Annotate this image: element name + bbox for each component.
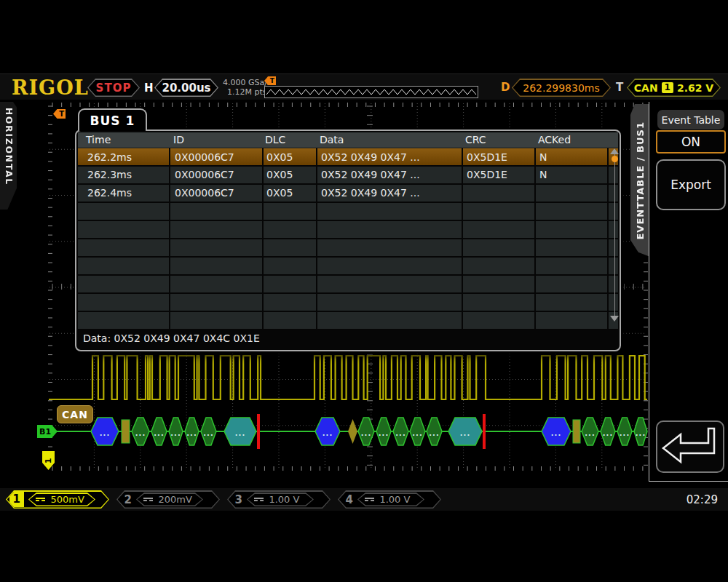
column-header: CRC <box>465 134 486 146</box>
event-table-header-row: TimeIDDLCDataCRCACKed <box>78 132 618 148</box>
table-cell: 0X00006C7 <box>175 187 234 199</box>
preview-zigzag-waveform <box>265 87 478 97</box>
column-divider <box>262 148 264 330</box>
horizontal-menu-tab-label: HORIZONTAL <box>4 108 14 186</box>
table-row[interactable] <box>78 239 618 256</box>
horizontal-menu-tab[interactable]: HORIZONTAL <box>0 102 17 210</box>
trigger-label: T <box>616 81 623 94</box>
table-cell: 262.4ms <box>87 187 132 199</box>
export-button[interactable]: Export <box>656 159 726 210</box>
delay-label: D <box>501 81 510 94</box>
svg-text:...: ... <box>395 429 405 437</box>
channel-number: 3 <box>235 493 242 506</box>
svg-text:...: ... <box>170 429 181 437</box>
svg-text:...: ... <box>636 429 646 437</box>
table-row[interactable] <box>78 312 618 329</box>
scrollbar-up-arrow[interactable] <box>610 148 619 154</box>
trigger-type: CAN <box>634 82 658 94</box>
svg-text:...: ... <box>100 429 110 437</box>
timebase-value: 20.00us <box>156 80 218 96</box>
svg-text:...: ... <box>585 429 595 437</box>
svg-text:...: ... <box>361 429 371 437</box>
trigger-level-value: 2.62 V <box>677 82 713 94</box>
table-row[interactable] <box>78 276 618 292</box>
trigger-delay-button[interactable]: 262.299830ms <box>512 79 611 97</box>
column-divider <box>169 148 170 330</box>
dc-coupling-icon <box>254 498 264 502</box>
column-divider <box>534 148 536 330</box>
horizontal-label: H <box>144 81 154 95</box>
table-cell: 262.2ms <box>87 151 132 163</box>
oscilloscope-screen: RIGOL STOP H 20.00us 4.000 GSa/s 1.12M p… <box>0 0 728 582</box>
trigger-settings-button[interactable]: CAN 1 2.62 V <box>627 79 721 97</box>
channel-scale: 500mV <box>50 494 84 505</box>
column-header: ACKed <box>538 134 571 146</box>
bus1-table-tab[interactable]: BUS 1 <box>78 108 147 131</box>
column-header: ID <box>173 134 184 146</box>
table-row[interactable]: 262.4ms0X00006C70X050X52 0X49 0X47 ... <box>78 185 618 202</box>
return-button[interactable] <box>656 420 724 473</box>
scrollbar-thumb[interactable] <box>612 156 618 162</box>
event-table-window: TimeIDDLCDataCRCACKed 262.2ms0X00006C70X… <box>75 129 621 351</box>
clock: 02:29 <box>687 493 718 506</box>
table-row[interactable] <box>78 221 618 238</box>
menu-context-label: EVENTTABLE / BUS1 <box>635 121 646 240</box>
run-state-button[interactable]: STOP <box>87 79 140 97</box>
table-row[interactable] <box>78 294 618 311</box>
svg-text:...: ... <box>235 429 245 437</box>
svg-text:...: ... <box>154 429 164 437</box>
selected-frame-data: Data: 0X52 0X49 0X47 0X4C 0X1E <box>83 332 260 344</box>
channel-scale: 1.00 V <box>379 494 410 505</box>
column-header: Time <box>86 134 111 146</box>
table-cell: 0X05 <box>266 151 293 163</box>
svg-text:...: ... <box>460 429 470 437</box>
svg-text:...: ... <box>135 429 146 437</box>
menu-context-tab[interactable]: EVENTTABLE / BUS1 <box>630 104 650 257</box>
svg-text:...: ... <box>186 429 197 437</box>
softkey-menu-panel: Event Table ON Export <box>649 102 728 482</box>
svg-text:...: ... <box>412 429 422 437</box>
table-row[interactable]: 262.2ms0X00006C70X050X52 0X49 0X47 ...0X… <box>78 148 618 165</box>
bus-protocol-badge: CAN <box>57 405 93 423</box>
table-cell: 262.3ms <box>87 169 132 180</box>
svg-text:...: ... <box>620 429 630 437</box>
table-cell: 0X5D1E <box>467 169 507 180</box>
table-row[interactable]: 262.3ms0X00006C70X050X52 0X49 0X47 ...0X… <box>78 167 618 183</box>
svg-text:...: ... <box>323 429 333 437</box>
column-divider <box>462 148 463 330</box>
table-cell: 0X5D1E <box>467 151 507 163</box>
channel-indicator-3[interactable]: 31.00 V <box>227 490 331 509</box>
table-cell: 0X52 0X49 0X47 ... <box>321 187 420 199</box>
table-cell: 0X00006C7 <box>175 151 234 163</box>
timebase-button[interactable]: 20.00us <box>154 79 218 97</box>
channel-number: 2 <box>124 493 132 506</box>
svg-text:...: ... <box>379 429 389 437</box>
channel-scale: 200mV <box>158 494 191 505</box>
table-cell: N <box>539 151 547 163</box>
svg-text:...: ... <box>551 429 561 437</box>
table-cell: 0X05 <box>266 187 293 199</box>
event-table-menu-title: Event Table <box>657 110 724 129</box>
table-cell: 0X52 0X49 0X47 ... <box>321 169 420 180</box>
channel-scale: 1.00 V <box>269 494 299 505</box>
scrollbar-track[interactable] <box>614 153 615 317</box>
event-table-on-button[interactable]: ON <box>656 130 726 154</box>
table-cell: 0X52 0X49 0X47 ... <box>321 151 420 163</box>
table-row[interactable] <box>78 258 618 274</box>
trigger-delay-value: 262.299830ms <box>513 80 610 96</box>
scrollbar-down-arrow[interactable] <box>610 316 619 322</box>
svg-text:...: ... <box>603 429 613 437</box>
table-row[interactable] <box>78 203 618 220</box>
memory-waveform-preview[interactable] <box>264 86 478 98</box>
channel-indicator-4[interactable]: 41.00 V <box>338 490 441 509</box>
rigol-logo: RIGOL <box>12 76 89 99</box>
table-cell: 0X05 <box>266 169 293 180</box>
column-divider <box>316 148 317 330</box>
svg-text:...: ... <box>203 429 213 437</box>
dc-coupling-icon <box>365 498 374 502</box>
trigger-source-badge: 1 <box>662 82 673 93</box>
column-divider <box>607 148 609 330</box>
dc-coupling-icon <box>143 498 153 502</box>
channel-indicator-1[interactable]: 1500mV <box>6 490 109 509</box>
channel-indicator-2[interactable]: 2200mV <box>116 490 220 509</box>
